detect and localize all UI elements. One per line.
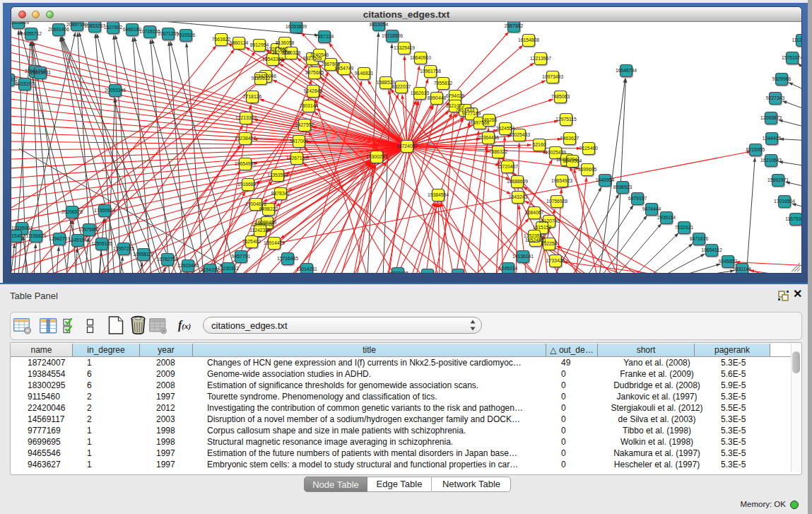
svg-text:9189612: 9189612 <box>252 76 271 81</box>
svg-text:17359924: 17359924 <box>94 208 115 213</box>
svg-text:19166827: 19166827 <box>237 182 259 187</box>
svg-text:3915402: 3915402 <box>11 233 25 238</box>
svg-text:9245852: 9245852 <box>719 259 738 264</box>
svg-text:9242848: 9242848 <box>304 88 323 93</box>
svg-text:12093873: 12093873 <box>760 115 782 120</box>
svg-text:17004678: 17004678 <box>245 201 266 206</box>
svg-text:6479197: 6479197 <box>628 196 647 201</box>
svg-text:5015207: 5015207 <box>16 81 35 86</box>
svg-text:2935114: 2935114 <box>657 215 676 220</box>
svg-text:8454749: 8454749 <box>335 66 354 71</box>
svg-text:10688609: 10688609 <box>507 179 528 184</box>
svg-text:14136141: 14136141 <box>512 254 534 259</box>
svg-text:15716485: 15716485 <box>277 256 298 261</box>
svg-text:2718126: 2718126 <box>243 94 262 99</box>
svg-text:8136058: 8136058 <box>276 40 295 45</box>
svg-text:12213369: 12213369 <box>235 115 257 120</box>
svg-text:8813054: 8813054 <box>370 22 389 27</box>
svg-text:20053346: 20053346 <box>105 88 126 93</box>
svg-text:20691406: 20691406 <box>48 27 69 32</box>
svg-text:9146821: 9146821 <box>355 71 374 76</box>
svg-text:10238407: 10238407 <box>235 136 256 141</box>
svg-text:9227343: 9227343 <box>766 95 785 100</box>
svg-text:16914479: 16914479 <box>264 240 285 245</box>
svg-text:9777169: 9777169 <box>462 111 481 116</box>
svg-text:15751074: 15751074 <box>782 55 801 60</box>
svg-text:6498222: 6498222 <box>259 206 278 211</box>
svg-text:10973493: 10973493 <box>542 74 563 79</box>
svg-text:12975115: 12975115 <box>555 117 577 122</box>
svg-text:9699695: 9699695 <box>578 167 597 172</box>
svg-text:2803144: 2803144 <box>300 103 319 108</box>
svg-text:3875685: 3875685 <box>305 70 324 75</box>
svg-text:1145194: 1145194 <box>69 238 87 243</box>
svg-text:16120746: 16120746 <box>539 218 560 223</box>
svg-text:19218506: 19218506 <box>382 33 403 38</box>
svg-text:17957225: 17957225 <box>113 246 134 251</box>
svg-text:1440954: 1440954 <box>596 177 615 182</box>
svg-text:19654923: 19654923 <box>551 178 572 183</box>
svg-text:8215955: 8215955 <box>746 147 765 152</box>
svg-text:10975857: 10975857 <box>78 227 100 232</box>
svg-text:3624554: 3624554 <box>496 126 515 131</box>
svg-text:11675348: 11675348 <box>785 216 801 221</box>
svg-text:10853267: 10853267 <box>84 23 105 28</box>
svg-text:16648784: 16648784 <box>616 68 637 73</box>
svg-text:12213967: 12213967 <box>530 56 551 61</box>
svg-text:20206576: 20206576 <box>61 209 83 214</box>
svg-text:20364436: 20364436 <box>478 135 499 140</box>
svg-text:9331146: 9331146 <box>733 267 751 271</box>
svg-text:8878342: 8878342 <box>271 191 290 196</box>
svg-text:18724007: 18724007 <box>396 144 418 148</box>
svg-text:9923411: 9923411 <box>418 272 437 273</box>
svg-text:19654985: 19654985 <box>235 161 256 166</box>
svg-text:16543362: 16543362 <box>262 57 283 62</box>
svg-text:9474444: 9474444 <box>642 206 661 211</box>
svg-text:10756928: 10756928 <box>546 199 567 204</box>
svg-text:8186328: 8186328 <box>282 50 301 55</box>
svg-text:3084067: 3084067 <box>525 210 544 215</box>
svg-text:1244415: 1244415 <box>763 136 782 141</box>
svg-text:10653809: 10653809 <box>11 22 29 25</box>
svg-text:1362615: 1362615 <box>411 90 430 95</box>
svg-text:16053809: 16053809 <box>286 24 307 29</box>
svg-text:11014231: 11014231 <box>296 267 317 271</box>
svg-text:8427552: 8427552 <box>295 122 314 127</box>
svg-text:12923446: 12923446 <box>177 263 199 268</box>
svg-text:13325419: 13325419 <box>394 45 415 50</box>
svg-text:8812340: 8812340 <box>449 272 468 273</box>
svg-text:9245034: 9245034 <box>499 266 518 271</box>
svg-text:9860124: 9860124 <box>230 40 249 45</box>
svg-text:11123456: 11123456 <box>792 37 801 42</box>
svg-text:12942757: 12942757 <box>49 236 70 241</box>
svg-text:9329966: 9329966 <box>772 76 792 81</box>
svg-text:16782759: 16782759 <box>157 257 178 262</box>
svg-text:19300293: 19300293 <box>366 154 387 159</box>
svg-text:7357224: 7357224 <box>315 34 334 39</box>
svg-text:7625402: 7625402 <box>242 239 261 244</box>
svg-text:15813031: 15813031 <box>30 70 51 75</box>
svg-text:746266: 746266 <box>481 117 498 122</box>
svg-text:18230342: 18230342 <box>218 266 239 271</box>
svg-text:9457791: 9457791 <box>232 254 251 259</box>
svg-text:19384554: 19384554 <box>428 192 449 197</box>
svg-text:10025438: 10025438 <box>545 150 566 155</box>
svg-text:3240546: 3240546 <box>310 52 329 57</box>
svg-text:7955812: 7955812 <box>434 81 453 86</box>
svg-text:10958117: 10958117 <box>133 252 154 257</box>
svg-text:7663822: 7663822 <box>212 37 231 42</box>
svg-text:16823445: 16823445 <box>387 271 408 273</box>
svg-text:10961758: 10961758 <box>420 69 441 74</box>
svg-text:17016504: 17016504 <box>774 199 795 204</box>
svg-text:9099489: 9099489 <box>258 220 277 225</box>
svg-text:252254: 252254 <box>541 241 558 246</box>
svg-text:8471676: 8471676 <box>690 236 709 241</box>
svg-text:3417006: 3417006 <box>290 139 309 144</box>
svg-text:9115460: 9115460 <box>579 146 598 151</box>
svg-text:10025433: 10025433 <box>509 132 530 137</box>
svg-text:15692971: 15692971 <box>767 177 789 182</box>
svg-text:16210643: 16210643 <box>760 158 782 163</box>
svg-text:8938923: 8938923 <box>613 185 632 189</box>
svg-text:8849564: 8849564 <box>563 158 582 163</box>
svg-text:8322037: 8322037 <box>392 84 411 89</box>
